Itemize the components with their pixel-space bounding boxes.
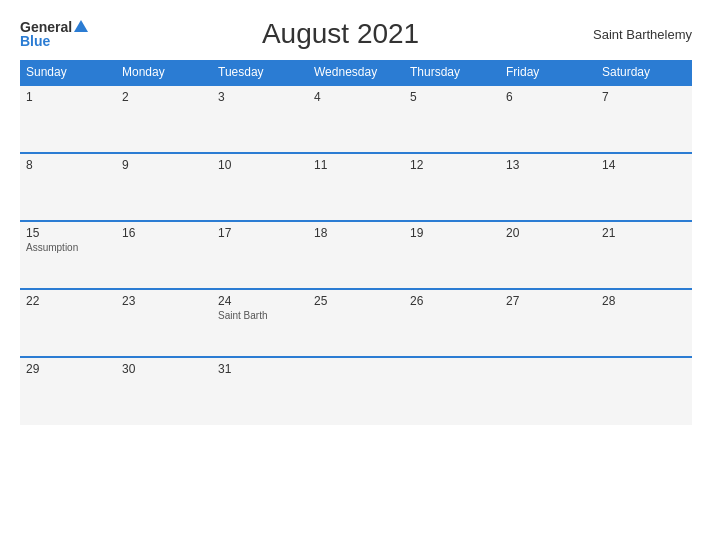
day-number: 18 [314,226,398,240]
table-row: 6 [500,85,596,153]
table-row: 25 [308,289,404,357]
col-sunday: Sunday [20,60,116,85]
col-friday: Friday [500,60,596,85]
col-thursday: Thursday [404,60,500,85]
table-row: 10 [212,153,308,221]
table-row: 23 [116,289,212,357]
table-row: 5 [404,85,500,153]
table-row: 4 [308,85,404,153]
logo-general-text: General [20,20,72,34]
day-number: 14 [602,158,686,172]
table-row: 12 [404,153,500,221]
day-number: 12 [410,158,494,172]
table-row: 26 [404,289,500,357]
day-number: 1 [26,90,110,104]
calendar-header-row: Sunday Monday Tuesday Wednesday Thursday… [20,60,692,85]
table-row: 11 [308,153,404,221]
day-number: 11 [314,158,398,172]
day-number: 19 [410,226,494,240]
table-row: 1 [20,85,116,153]
day-number: 26 [410,294,494,308]
region-label: Saint Barthelemy [593,27,692,42]
table-row: 15Assumption [20,221,116,289]
table-row [404,357,500,425]
day-number: 13 [506,158,590,172]
logo-triangle-icon [74,20,88,32]
day-number: 31 [218,362,302,376]
day-number: 2 [122,90,206,104]
table-row: 17 [212,221,308,289]
logo-blue-text: Blue [20,34,50,48]
table-row: 2 [116,85,212,153]
table-row: 31 [212,357,308,425]
table-row: 20 [500,221,596,289]
calendar-week-row: 293031 [20,357,692,425]
page: General Blue August 2021 Saint Barthelem… [0,0,712,550]
day-number: 7 [602,90,686,104]
day-number: 6 [506,90,590,104]
day-event: Saint Barth [218,310,302,321]
logo: General Blue [20,20,88,48]
table-row: 8 [20,153,116,221]
header: General Blue August 2021 Saint Barthelem… [20,18,692,50]
day-number: 20 [506,226,590,240]
table-row: 9 [116,153,212,221]
calendar-week-row: 15Assumption161718192021 [20,221,692,289]
day-number: 16 [122,226,206,240]
day-number: 29 [26,362,110,376]
table-row: 14 [596,153,692,221]
table-row: 22 [20,289,116,357]
calendar-table: Sunday Monday Tuesday Wednesday Thursday… [20,60,692,425]
day-number: 30 [122,362,206,376]
day-number: 4 [314,90,398,104]
table-row [500,357,596,425]
day-number: 8 [26,158,110,172]
table-row: 7 [596,85,692,153]
month-title: August 2021 [88,18,593,50]
day-number: 27 [506,294,590,308]
day-number: 21 [602,226,686,240]
day-number: 25 [314,294,398,308]
col-monday: Monday [116,60,212,85]
calendar-week-row: 891011121314 [20,153,692,221]
table-row: 3 [212,85,308,153]
day-number: 28 [602,294,686,308]
col-saturday: Saturday [596,60,692,85]
table-row: 18 [308,221,404,289]
calendar-week-row: 222324Saint Barth25262728 [20,289,692,357]
table-row: 24Saint Barth [212,289,308,357]
table-row: 30 [116,357,212,425]
table-row: 16 [116,221,212,289]
day-number: 9 [122,158,206,172]
day-number: 23 [122,294,206,308]
table-row: 28 [596,289,692,357]
day-number: 3 [218,90,302,104]
day-number: 5 [410,90,494,104]
day-number: 10 [218,158,302,172]
table-row: 19 [404,221,500,289]
day-number: 17 [218,226,302,240]
table-row: 27 [500,289,596,357]
col-tuesday: Tuesday [212,60,308,85]
calendar-week-row: 1234567 [20,85,692,153]
col-wednesday: Wednesday [308,60,404,85]
table-row [308,357,404,425]
day-number: 15 [26,226,110,240]
table-row: 13 [500,153,596,221]
table-row: 29 [20,357,116,425]
table-row: 21 [596,221,692,289]
table-row [596,357,692,425]
day-number: 24 [218,294,302,308]
day-event: Assumption [26,242,110,253]
day-number: 22 [26,294,110,308]
